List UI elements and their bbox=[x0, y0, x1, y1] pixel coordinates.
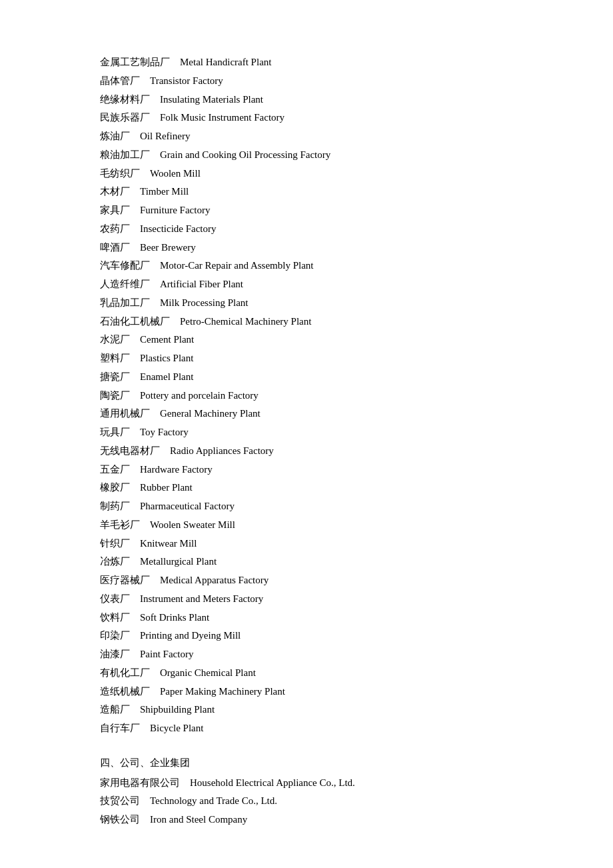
factory-item: 无线电器材厂 Radio Appliances Factory bbox=[100, 442, 513, 461]
factory-item: 家具厂 Furniture Factory bbox=[100, 201, 513, 220]
factory-item: 自行车厂 Bicycle Plant bbox=[100, 719, 513, 738]
section-heading: 四、公司、企业集团 bbox=[100, 754, 513, 773]
factory-item: 乳品加工厂 Milk Processing Plant bbox=[100, 294, 513, 313]
factory-item: 农药厂 Insecticide Factory bbox=[100, 220, 513, 239]
factory-item: 陶瓷厂 Pottery and porcelain Factory bbox=[100, 387, 513, 405]
factory-item: 玩具厂 Toy Factory bbox=[100, 423, 513, 442]
factory-item: 金属工艺制品厂 Metal Handicraft Plant bbox=[100, 53, 513, 72]
factory-item: 民族乐器厂 Folk Music Instrument Factory bbox=[100, 109, 513, 127]
factory-item: 石油化工机械厂 Petro-Chemical Machinery Plant bbox=[100, 313, 513, 331]
main-content: 金属工艺制品厂 Metal Handicraft Plant晶体管厂 Trans… bbox=[100, 53, 513, 829]
factory-item: 羊毛衫厂 Woolen Sweater Mill bbox=[100, 516, 513, 535]
factory-item: 造船厂 Shipbuilding Plant bbox=[100, 701, 513, 719]
factory-item: 汽车修配厂 Motor-Car Repair and Assembly Plan… bbox=[100, 257, 513, 275]
factory-list: 金属工艺制品厂 Metal Handicraft Plant晶体管厂 Trans… bbox=[100, 53, 513, 738]
factory-item: 炼油厂 Oil Refinery bbox=[100, 127, 513, 146]
section-block: 四、公司、企业集团 家用电器有限公司 Household Electrical … bbox=[100, 754, 513, 829]
factory-item: 绝缘材料厂 Insulating Materials Plant bbox=[100, 91, 513, 109]
factory-item: 造纸机械厂 Paper Making Machinery Plant bbox=[100, 683, 513, 701]
factory-item: 饮料厂 Soft Drinks Plant bbox=[100, 609, 513, 627]
factory-item: 粮油加工厂 Grain and Cooking Oil Processing F… bbox=[100, 146, 513, 165]
factory-item: 啤酒厂 Beer Brewery bbox=[100, 239, 513, 257]
company-list: 家用电器有限公司 Household Electrical Appliance … bbox=[100, 774, 513, 829]
company-item: 技贸公司 Technology and Trade Co., Ltd. bbox=[100, 792, 513, 811]
factory-item: 冶炼厂 Metallurgical Plant bbox=[100, 553, 513, 571]
factory-item: 针织厂 Knitwear Mill bbox=[100, 535, 513, 553]
factory-item: 五金厂 Hardware Factory bbox=[100, 461, 513, 479]
factory-item: 医疗器械厂 Medical Apparatus Factory bbox=[100, 571, 513, 590]
factory-item: 有机化工厂 Organic Chemical Plant bbox=[100, 664, 513, 683]
factory-item: 塑料厂 Plastics Plant bbox=[100, 349, 513, 368]
factory-item: 制药厂 Pharmaceutical Factory bbox=[100, 497, 513, 516]
factory-item: 印染厂 Printing and Dyeing Mill bbox=[100, 627, 513, 645]
company-item: 家用电器有限公司 Household Electrical Appliance … bbox=[100, 774, 513, 793]
factory-item: 仪表厂 Instrument and Meters Factory bbox=[100, 590, 513, 609]
factory-item: 人造纤维厂 Artificial Fiber Plant bbox=[100, 275, 513, 294]
factory-item: 毛纺织厂 Woolen Mill bbox=[100, 165, 513, 183]
factory-item: 通用机械厂 General Machinery Plant bbox=[100, 405, 513, 423]
factory-item: 搪瓷厂 Enamel Plant bbox=[100, 368, 513, 387]
factory-item: 油漆厂 Paint Factory bbox=[100, 645, 513, 664]
factory-item: 橡胶厂 Rubber Plant bbox=[100, 479, 513, 497]
factory-item: 水泥厂 Cement Plant bbox=[100, 331, 513, 349]
factory-item: 木材厂 Timber Mill bbox=[100, 183, 513, 201]
factory-item: 晶体管厂 Transistor Factory bbox=[100, 72, 513, 91]
company-item: 钢铁公司 Iron and Steel Company bbox=[100, 811, 513, 829]
